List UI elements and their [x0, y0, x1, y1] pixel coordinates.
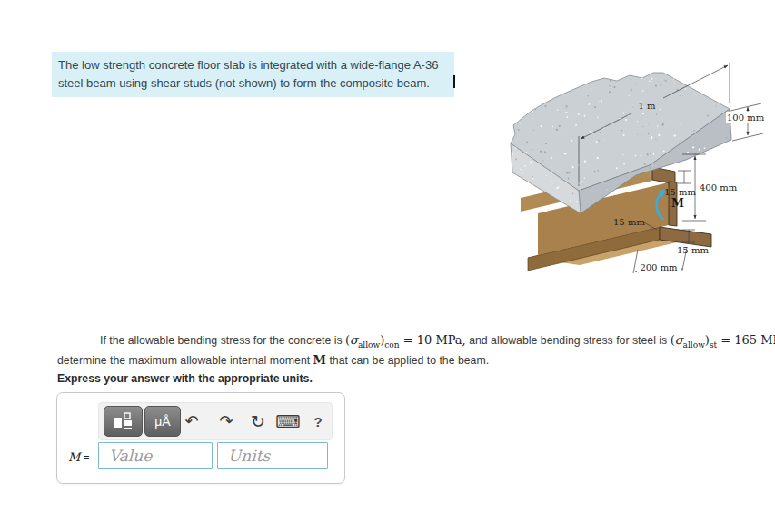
slab-width-label: 1 m	[638, 101, 656, 111]
answer-panel: μÅ ↶ ↷ ↻ ⌨ ? M =	[56, 392, 345, 484]
reset-icon: ↻	[251, 411, 265, 432]
reset-button[interactable]: ↻	[245, 403, 271, 439]
flange-width-label: 200 mm	[640, 262, 678, 272]
composite-beam-figure: 1 m 100 mm 15 mm 400 mm M 15 mm 15 mm 20…	[504, 54, 775, 281]
help-icon: ?	[313, 414, 322, 429]
web-thickness-label: 15 mm	[613, 217, 645, 227]
beam-depth-label: 400 mm	[700, 182, 738, 192]
help-button[interactable]: ?	[305, 403, 331, 439]
problem-statement-line2: steel beam using shear studs (not shown)…	[58, 74, 448, 93]
value-input[interactable]	[98, 442, 213, 469]
moment-symbol: M	[313, 353, 326, 367]
equation-templates-icon	[113, 411, 134, 431]
page: The low strength concrete floor slab is …	[0, 0, 775, 532]
equation-templates-button[interactable]	[104, 406, 143, 437]
express-instruction: Express your answer with the appropriate…	[57, 372, 313, 385]
redo-button[interactable]: ↷	[214, 403, 239, 439]
moment-label: M	[671, 196, 684, 210]
keyboard-icon: ⌨	[275, 411, 300, 432]
keyboard-shortcuts-button[interactable]: ⌨	[275, 403, 301, 439]
problem-statement-line1: The low strength concrete floor slab is …	[58, 56, 448, 74]
question-line2: determine the maximum allowable internal…	[57, 353, 489, 367]
undo-button[interactable]: ↶	[179, 403, 204, 439]
units-symbols-button[interactable]: μÅ	[144, 406, 181, 437]
answer-variable-label: M =	[68, 450, 89, 464]
slab-thickness-label: 100 mm	[727, 113, 765, 123]
equation-toolbar: μÅ ↶ ↷ ↻ ⌨ ?	[98, 402, 333, 440]
mu-angstrom-icon: μÅ	[154, 414, 170, 429]
problem-statement: The low strength concrete floor slab is …	[52, 52, 454, 97]
undo-icon: ↶	[184, 411, 198, 431]
text-cursor	[453, 75, 455, 88]
redo-icon: ↷	[219, 411, 233, 431]
bottom-flange-label: 15 mm	[677, 245, 709, 255]
question-line1: If the allowable bending stress for the …	[57, 333, 775, 350]
units-input[interactable]	[217, 442, 328, 469]
